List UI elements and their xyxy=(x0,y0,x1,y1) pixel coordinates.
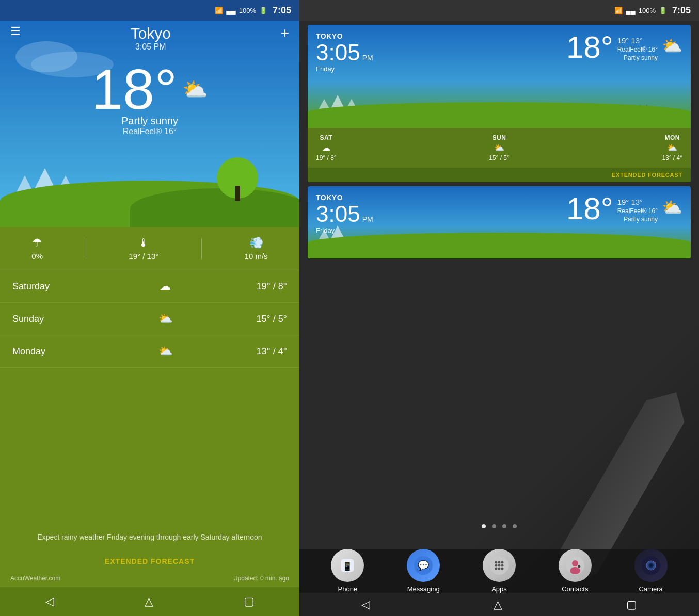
widget-small-high: 19° xyxy=(617,198,629,206)
tree-trunk xyxy=(235,186,240,201)
thermometer-icon: 🌡 xyxy=(138,236,149,250)
wind-stat: 💨 10 m/s xyxy=(245,236,268,261)
widget-small-time: 3:05 xyxy=(316,203,360,225)
messaging-icon: 💬 xyxy=(407,549,440,582)
time-display-right: 7:05 xyxy=(672,5,691,16)
temperature-display: 18° ⛅ xyxy=(0,61,299,118)
widget-forecast-sun: SUN ⛅ 15° / 5° xyxy=(489,134,510,161)
svg-point-8 xyxy=(501,561,503,564)
temp-stat: 🌡 19° / 13° xyxy=(129,236,158,261)
stat-divider-2 xyxy=(201,238,202,259)
widget-small-top: TOKYO 3:05 PM Friday 18° 19° 13° RealFe xyxy=(308,186,691,258)
widget-small-low: 13° xyxy=(631,198,643,206)
weather-widget-small[interactable]: TOKYO 3:05 PM Friday 18° 19° 13° RealFe xyxy=(308,186,691,258)
wind-icon: 💨 xyxy=(249,236,263,250)
condition-text: Partly sunny xyxy=(0,115,299,127)
dock-item-camera[interactable]: Camera xyxy=(634,549,668,593)
weather-description: Partly sunny RealFeel® 16° xyxy=(0,115,299,136)
page-dot-1 xyxy=(482,524,486,528)
weather-sky-area: ☰ Tokyo 3:05 PM + 18° ⛅ Partly sunny Rea… xyxy=(0,21,299,227)
widget-temperature: 18° xyxy=(566,32,613,63)
city-info: Tokyo 3:05 PM xyxy=(131,25,171,52)
widget-cloud-icon: ⛅ xyxy=(662,36,682,56)
recents-button[interactable]: ▢ xyxy=(244,595,255,608)
current-time: 3:05 PM xyxy=(131,42,171,52)
svg-rect-23 xyxy=(653,562,656,563)
right-back-button[interactable]: ◁ xyxy=(361,598,370,611)
camera-icon xyxy=(634,549,668,582)
widget-left-info: TOKYO 3:05 PM Friday xyxy=(308,25,382,128)
widget-low: 13° xyxy=(631,36,643,45)
wind-value: 10 m/s xyxy=(245,252,268,261)
svg-text:💬: 💬 xyxy=(418,560,430,571)
right-home-button[interactable]: △ xyxy=(494,598,502,611)
widget-forecast-sat: SAT ☁ 19° / 8° xyxy=(316,134,337,161)
dock-item-contacts[interactable]: Contacts xyxy=(559,549,592,593)
widget-forecast-bar: SAT ☁ 19° / 8° SUN ⛅ 15° / 5° MON ⛅ 13° … xyxy=(308,128,691,168)
rain-stat: ☂ 0% xyxy=(31,236,43,261)
apps-label: Apps xyxy=(491,585,507,593)
left-nav-bar: ◁ △ ▢ xyxy=(0,587,299,616)
weather-header: ☰ Tokyo 3:05 PM + xyxy=(0,21,299,56)
right-panel: 📶 ▄▄ 100% 🔋 7:05 TOKYO 3:05 PM Friday 18… xyxy=(299,0,699,616)
wifi-icon: 📶 xyxy=(215,7,223,14)
widget-small-ampm: PM xyxy=(362,215,373,223)
weather-condition-icon: ⛅ xyxy=(182,77,208,102)
realfeel-text: RealFeel® 16° xyxy=(0,127,299,136)
widget-realfeel: RealFeel® 16° xyxy=(617,46,658,53)
wf-day-1: SAT xyxy=(316,134,337,141)
svg-point-7 xyxy=(498,561,500,564)
time-display: 7:05 xyxy=(273,5,291,16)
weather-widget-large[interactable]: TOKYO 3:05 PM Friday 18° 19° 13° RealFe xyxy=(308,25,691,182)
right-nav-bar: ◁ △ ▢ xyxy=(299,593,699,616)
weather-alert-text: Expect rainy weather Friday evening thro… xyxy=(0,521,299,553)
forecast-row-sunday: Sunday ⛅ 15° / 5° xyxy=(0,303,299,335)
add-city-icon[interactable]: + xyxy=(281,25,289,41)
svg-point-18 xyxy=(578,565,581,568)
widget-right-info: 18° 19° 13° RealFeel® 16° Partly sunny ⛅ xyxy=(566,32,682,63)
apps-icon xyxy=(483,549,516,582)
widget-top-area: TOKYO 3:05 PM Friday 18° 19° 13° RealFe xyxy=(308,25,691,128)
forecast-icon-2: ⛅ xyxy=(74,312,257,326)
battery-text-right: 100% xyxy=(639,7,656,14)
dock-item-phone[interactable]: 📱 Phone xyxy=(331,549,364,593)
back-button[interactable]: ◁ xyxy=(45,595,54,608)
svg-point-12 xyxy=(495,568,497,570)
wf-icon-2: ⛅ xyxy=(489,143,510,153)
forecast-day-1: Saturday xyxy=(12,281,74,292)
svg-point-9 xyxy=(495,564,497,567)
menu-icon[interactable]: ☰ xyxy=(10,25,21,38)
main-temperature: 18° xyxy=(91,61,177,118)
widget-extended-forecast-label[interactable]: EXTENDED FORECAST xyxy=(308,168,691,182)
rain-value: 0% xyxy=(31,252,43,261)
forecast-day-3: Monday xyxy=(12,346,74,357)
home-button[interactable]: △ xyxy=(145,595,153,608)
signal-icon: ▄▄ xyxy=(226,7,235,14)
homescreen: 📱 Phone 💬 Messaging xyxy=(299,263,699,616)
contacts-label: Contacts xyxy=(562,585,588,593)
svg-point-10 xyxy=(498,564,500,567)
widget-small-city: TOKYO xyxy=(316,193,373,202)
rain-icon: ☂ xyxy=(32,236,42,250)
dock-icons-row: 📱 Phone 💬 Messaging xyxy=(299,549,699,593)
wf-temps-2: 15° / 5° xyxy=(489,154,510,161)
accuweather-bar: AccuWeather.com Updated: 0 min. ago xyxy=(0,570,299,587)
battery-text: 100% xyxy=(239,7,256,14)
page-dot-2 xyxy=(492,524,496,528)
extended-forecast-button[interactable]: EXTENDED FORECAST xyxy=(0,553,299,570)
forecast-day-2: Sunday xyxy=(12,314,74,325)
dock-item-messaging[interactable]: 💬 Messaging xyxy=(407,549,440,593)
highlow-value: 19° / 13° xyxy=(129,252,158,261)
forecast-list: Saturday ☁ 19° / 8° Sunday ⛅ 15° / 5° Mo… xyxy=(0,270,299,521)
forecast-temp-2: 15° / 5° xyxy=(257,314,287,325)
widget-small-cloud-icon: ⛅ xyxy=(662,198,682,217)
signal-icon-right: ▄▄ xyxy=(626,7,635,14)
dock-item-apps[interactable]: Apps xyxy=(483,549,516,593)
weather-stats-row: ☂ 0% 🌡 19° / 13° 💨 10 m/s xyxy=(0,227,299,270)
widget-high: 19° xyxy=(617,36,629,45)
widgets-area: TOKYO 3:05 PM Friday 18° 19° 13° RealFe xyxy=(299,21,699,263)
right-recents-button[interactable]: ▢ xyxy=(626,598,637,611)
widget-day: Friday xyxy=(316,65,373,73)
updated-text: Updated: 0 min. ago xyxy=(233,575,289,582)
accuweather-logo: AccuWeather.com xyxy=(10,575,60,582)
